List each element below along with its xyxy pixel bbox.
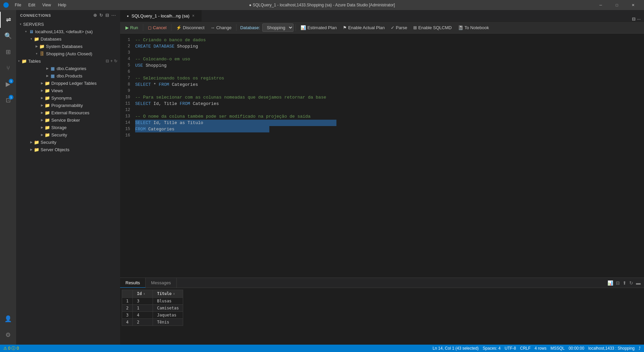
code-line-6[interactable]: 6 bbox=[120, 69, 644, 75]
col-header-titulo[interactable]: Título ⬇ bbox=[153, 290, 183, 298]
code-line-12[interactable]: 12 bbox=[120, 107, 644, 113]
code-line-5[interactable]: 5 USE Shopping bbox=[120, 62, 644, 69]
table-row[interactable]: 1 3 Blusas bbox=[122, 298, 183, 305]
status-warnings[interactable]: ⚠ 0 ⓘ 0 bbox=[3, 346, 19, 351]
search-icon[interactable]: 🔍 bbox=[0, 28, 16, 44]
table-row[interactable]: 2 1 Camisetas bbox=[122, 305, 183, 312]
status-line-endings[interactable]: CRLF bbox=[520, 346, 530, 351]
tab-close-button[interactable]: × bbox=[192, 13, 195, 18]
run-icon: ▶ bbox=[125, 25, 129, 30]
results-export-icon[interactable]: ⬆ bbox=[623, 280, 627, 286]
code-line-3[interactable]: 3 bbox=[120, 50, 644, 56]
cancel-button[interactable]: ◻ Cancel bbox=[145, 24, 169, 32]
estimated-plan-button[interactable]: 📊 Estimated Plan bbox=[298, 24, 339, 32]
results-filter-icon[interactable]: ⊟ bbox=[616, 280, 620, 286]
table-row[interactable]: 4 2 Tênis bbox=[122, 319, 183, 326]
disconnect-button[interactable]: ⚡ Disconnect bbox=[173, 24, 207, 32]
line-content: -- Criando o banco de dados bbox=[135, 37, 644, 43]
results-refresh-icon[interactable]: ↻ bbox=[629, 280, 633, 286]
sidebar-item-server-objects[interactable]: ▶ 📁 Server Objects bbox=[16, 146, 120, 153]
run-button[interactable]: ▶ Run bbox=[123, 24, 141, 32]
menu-help[interactable]: Help bbox=[55, 2, 69, 8]
code-line-7[interactable]: 7 -- Selecionando todos os registros bbox=[120, 75, 644, 81]
sidebar-item-products[interactable]: ▶ ▦ dbo.Products bbox=[16, 72, 120, 79]
filter-icon[interactable]: ⊟ bbox=[106, 59, 109, 63]
code-line-13[interactable]: 13 -- O nome da coluna também pode ser m… bbox=[120, 113, 644, 120]
programmability-label: Programmability bbox=[51, 103, 83, 108]
code-line-15[interactable]: 15 FROM Categories bbox=[120, 126, 644, 132]
menu-edit[interactable]: Edit bbox=[25, 2, 38, 8]
sidebar-item-databases[interactable]: ▾ 📁 Databases bbox=[16, 35, 120, 43]
code-line-4[interactable]: 4 -- Colocando-o em uso bbox=[120, 56, 644, 62]
sidebar-item-security[interactable]: ▶ 📁 Security bbox=[16, 138, 120, 146]
results-chart-icon[interactable]: 📊 bbox=[607, 280, 613, 286]
database-selector[interactable]: Shopping bbox=[262, 23, 293, 32]
new-connection-icon[interactable]: ⊕ bbox=[93, 13, 97, 18]
sidebar-item-views[interactable]: ▶ 📁 Views bbox=[16, 87, 120, 94]
tab-label: SQLQuery_1 - localh...ng (sa) bbox=[131, 13, 190, 18]
tab-sqlquery[interactable]: ● SQLQuery_1 - localh...ng (sa) × bbox=[120, 10, 202, 21]
sidebar-item-tables[interactable]: ▾ 📁 Tables ⊟ + ↻ bbox=[16, 57, 120, 65]
close-button[interactable]: ✕ bbox=[625, 0, 641, 10]
git-icon[interactable]: ⑂ bbox=[0, 60, 16, 76]
status-server-db[interactable]: localhost,1433 : Shopping bbox=[588, 346, 635, 351]
code-line-11[interactable]: 11 SELECT Id, Title FROM Categories bbox=[120, 101, 644, 107]
code-line-10[interactable]: 10 -- Para selecionar com as colunas nom… bbox=[120, 94, 644, 101]
table-row[interactable]: 3 4 Jaquetas bbox=[122, 312, 183, 319]
code-line-16[interactable]: 16 bbox=[120, 132, 644, 139]
code-line-14[interactable]: 14 SELECT Id, Title as Título bbox=[120, 120, 644, 126]
change-button[interactable]: ↔ Change bbox=[208, 24, 234, 32]
editor-wrapper: 1 -- Criando o banco de dados 2 CREATE D… bbox=[120, 34, 644, 278]
sidebar-item-localhost[interactable]: ▾ 🖥 localhost,1433, <default> (sa) bbox=[16, 28, 120, 35]
sidebar-item-servers[interactable]: ▾ SERVERS bbox=[16, 20, 120, 28]
extensions-icon[interactable]: ⊞ bbox=[0, 44, 16, 60]
enable-sqlcmd-button[interactable]: ⊞ Enable SQLCMD bbox=[411, 24, 454, 32]
more-icon[interactable]: ··· bbox=[637, 16, 641, 21]
status-encoding[interactable]: UTF-8 bbox=[504, 346, 516, 351]
menu-file[interactable]: File bbox=[12, 2, 24, 8]
schema-icon[interactable]: ⊡ 1 bbox=[0, 92, 16, 108]
more-actions-icon[interactable]: ··· bbox=[111, 13, 116, 18]
refresh-icon[interactable]: ↻ bbox=[99, 13, 103, 18]
settings-icon[interactable]: ⚙ bbox=[0, 327, 16, 343]
status-position[interactable]: Ln 14, Col 1 (43 selected) bbox=[433, 346, 479, 351]
code-line-2[interactable]: 2 CREATE DATABASE Shopping bbox=[120, 43, 644, 50]
results-bar-icon[interactable]: ▬ bbox=[636, 280, 641, 286]
enable-actual-plan-button[interactable]: ⚑ Enable Actual Plan bbox=[340, 24, 387, 32]
code-line-8[interactable]: 8 SELECT * FROM Categories bbox=[120, 81, 644, 88]
code-line-1[interactable]: 1 -- Criando o banco de dados bbox=[120, 37, 644, 43]
sidebar-item-external-resources[interactable]: ▶ 📁 External Resources bbox=[16, 109, 120, 116]
add-table-icon[interactable]: + bbox=[110, 59, 113, 63]
security-label: Security bbox=[41, 140, 56, 145]
minimize-button[interactable]: ─ bbox=[593, 0, 608, 10]
connections-icon[interactable]: ⇌ bbox=[0, 12, 16, 28]
collapse-icon[interactable]: ⊟ bbox=[105, 13, 109, 18]
sidebar-item-service-broker[interactable]: ▶ 📁 Service Broker bbox=[16, 116, 120, 124]
col-header-id[interactable]: Id ⬇ bbox=[133, 290, 153, 298]
sidebar-item-security-sub[interactable]: ▶ 📁 Security bbox=[16, 131, 120, 138]
cell-titulo: Tênis bbox=[153, 319, 183, 326]
account-icon[interactable]: 👤 bbox=[0, 311, 16, 327]
menu-view[interactable]: View bbox=[40, 2, 54, 8]
code-editor[interactable]: 1 -- Criando o banco de dados 2 CREATE D… bbox=[120, 34, 644, 278]
code-line-9[interactable]: 9 bbox=[120, 88, 644, 94]
sidebar-item-dropped-ledger[interactable]: ▶ 📁 Dropped Ledger Tables bbox=[16, 79, 120, 87]
split-editor-icon[interactable]: ⊟ bbox=[632, 16, 636, 21]
status-remote-icon[interactable]: ⤴ bbox=[639, 346, 641, 351]
status-spaces[interactable]: Spaces: 4 bbox=[483, 346, 500, 351]
line-number: 14 bbox=[120, 120, 135, 126]
sidebar-item-shopping[interactable]: ▾ 🗄 Shopping (Auto Closed) bbox=[16, 50, 120, 57]
tab-messages[interactable]: Messages bbox=[146, 278, 176, 288]
sidebar-item-synonyms[interactable]: ▶ 📁 Synonyms bbox=[16, 94, 120, 102]
sidebar-item-system-databases[interactable]: ▶ 📁 System Databases bbox=[16, 43, 120, 50]
sidebar-item-programmability[interactable]: ▶ 📁 Programmability bbox=[16, 102, 120, 109]
maximize-button[interactable]: □ bbox=[609, 0, 625, 10]
parse-button[interactable]: ✓ Parse bbox=[388, 24, 410, 32]
status-mode[interactable]: MSSQL bbox=[550, 346, 565, 351]
sidebar-item-categories[interactable]: ▶ ▦ dbo.Categories bbox=[16, 65, 120, 72]
run-icon[interactable]: ▶ 1 bbox=[0, 76, 16, 92]
refresh-tables-icon[interactable]: ↻ bbox=[114, 59, 117, 63]
tab-results[interactable]: Results bbox=[120, 278, 146, 288]
to-notebook-button[interactable]: 📓 To Notebook bbox=[455, 24, 492, 32]
sidebar-item-storage[interactable]: ▶ 📁 Storage bbox=[16, 124, 120, 131]
